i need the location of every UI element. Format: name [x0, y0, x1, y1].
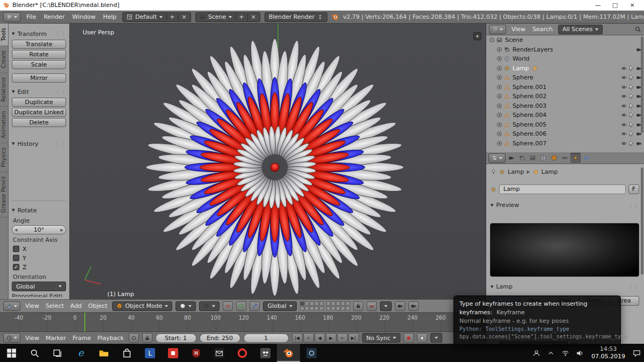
opengl-render-anim-button[interactable]: [408, 301, 419, 311]
fake-user-button[interactable]: F: [628, 184, 639, 194]
outliner-item-renderlayers[interactable]: RenderLayers: [486, 45, 644, 55]
add-layout-button[interactable]: +: [166, 13, 174, 20]
delete-button[interactable]: Delete: [12, 118, 66, 127]
layer-19-toggle[interactable]: [341, 306, 345, 311]
timeline-editor-selector[interactable]: [3, 333, 20, 343]
plusc-expander-icon[interactable]: [496, 131, 502, 137]
properties-tab-physics[interactable]: [581, 153, 591, 163]
taskbar-search-icon[interactable]: [23, 344, 46, 362]
viewport-3d[interactable]: User Persp (1) Lamp +: [70, 24, 486, 299]
taskbar-opera-icon[interactable]: [231, 344, 254, 362]
eye-toggle-icon[interactable]: [621, 84, 627, 90]
properties-tab-object-data[interactable]: [570, 153, 581, 163]
timeline-lock-button[interactable]: [142, 333, 152, 343]
plusc-expander-icon[interactable]: [496, 75, 502, 80]
camera-toggle-icon[interactable]: [636, 141, 642, 146]
cursor-toggle-icon[interactable]: [628, 75, 634, 80]
taskbar-clock[interactable]: 14:53 07.05.2019: [587, 345, 630, 361]
action-center-button[interactable]: [630, 344, 644, 362]
axis-y-checkbox[interactable]: [13, 255, 19, 261]
toolshelf-tab-physics[interactable]: Physics: [0, 143, 8, 172]
outliner-item-scene[interactable]: Scene: [486, 35, 644, 45]
current-frame-playhead[interactable]: [84, 313, 85, 331]
transform-orientation-select[interactable]: Global: [263, 301, 296, 311]
breadcrumb-object[interactable]: Lamp: [508, 168, 524, 175]
tray-people-button[interactable]: [529, 344, 544, 362]
panel-transform-header[interactable]: ▼Transform⋮⋮: [12, 29, 66, 39]
outliner-item-sphere-005[interactable]: Sphere.005: [486, 120, 644, 130]
tray-volume-button[interactable]: [573, 344, 587, 362]
plusc-expander-icon[interactable]: [496, 93, 502, 99]
play-reverse-button[interactable]: ◀: [314, 333, 325, 343]
manipulator-scale-button[interactable]: [250, 301, 260, 311]
taskbar-blender-icon[interactable]: [277, 344, 300, 362]
pivot-select[interactable]: [199, 301, 219, 311]
layer-18-toggle[interactable]: [336, 306, 340, 311]
toolshelf-tab-relations[interactable]: Relations: [0, 73, 8, 107]
eye-toggle-icon[interactable]: [621, 103, 627, 109]
outliner-item-sphere-007[interactable]: Sphere.007: [486, 139, 644, 149]
add-scene-button[interactable]: +: [236, 13, 244, 20]
menu-file[interactable]: File: [25, 13, 38, 20]
panel-history-header[interactable]: ▼History⋮⋮: [12, 139, 66, 149]
delete-layout-button[interactable]: ×: [178, 13, 186, 20]
cursor-toggle-icon[interactable]: [628, 65, 634, 71]
tl-menu-view[interactable]: View: [24, 335, 41, 342]
toolshelf-tab-animation[interactable]: Animation: [0, 107, 8, 143]
outliner-scrollbar[interactable]: [641, 36, 643, 133]
preview-range-button[interactable]: [129, 333, 139, 343]
taskbar-mcafee-icon[interactable]: M: [185, 344, 208, 362]
outliner-item-sphere-006[interactable]: Sphere.006: [486, 129, 644, 139]
layer-4-toggle[interactable]: [314, 301, 319, 306]
info-editor-selector[interactable]: [3, 12, 20, 22]
properties-tab-scene[interactable]: [528, 153, 538, 163]
layer-13-toggle[interactable]: [336, 301, 340, 306]
render-engine-select[interactable]: Blender Render: [265, 12, 327, 22]
taskbar-libreoffice-icon[interactable]: L: [138, 344, 162, 362]
outliner-item-sphere[interactable]: Sphere: [486, 73, 644, 83]
plusc-expander-icon[interactable]: [496, 112, 502, 118]
outliner-menu-search[interactable]: Search: [531, 26, 554, 33]
angle-slider[interactable]: ◀ 10° ▶: [12, 225, 66, 234]
panel-drag-handle[interactable]: ⋮⋮: [628, 203, 639, 208]
tl-menu-playback[interactable]: Playback: [96, 335, 125, 342]
vp-menu-add[interactable]: Add: [69, 302, 83, 309]
axis-z-checkbox[interactable]: ✓: [13, 264, 19, 270]
toolshelf-tab-grease-pencil[interactable]: Grease Pencil: [0, 172, 8, 218]
tl-menu-frame[interactable]: Frame: [71, 335, 92, 342]
opengl-render-button[interactable]: [395, 301, 405, 311]
start-frame-field[interactable]: Start: 1: [156, 334, 196, 343]
record-button[interactable]: [404, 333, 414, 343]
properties-tab-render-layers[interactable]: [517, 153, 527, 163]
eye-toggle-icon[interactable]: [621, 75, 627, 80]
cursor-toggle-icon[interactable]: [628, 103, 634, 109]
vp-menu-view[interactable]: View: [24, 302, 41, 309]
outliner-item-sphere-002[interactable]: Sphere.002: [486, 92, 644, 101]
properties-tab-render[interactable]: [506, 153, 516, 163]
current-frame-field[interactable]: 1: [244, 334, 289, 343]
shading-select[interactable]: [175, 301, 196, 311]
menu-help[interactable]: Help: [101, 13, 118, 20]
outliner-menu-view[interactable]: View: [510, 26, 527, 33]
medal-center-sphere[interactable]: [270, 163, 279, 172]
keyframe-type-select[interactable]: [430, 333, 442, 343]
lock-button[interactable]: [353, 301, 363, 311]
slider-decrease-icon[interactable]: ◀: [14, 228, 17, 232]
taskbar-gimp-icon[interactable]: [254, 344, 277, 362]
cursor-toggle-icon[interactable]: [628, 93, 634, 99]
orientation-select[interactable]: Global: [12, 282, 66, 291]
search-icon[interactable]: [634, 26, 641, 33]
viewport-editor-selector[interactable]: [3, 301, 20, 311]
taskbar-task-view-icon[interactable]: [46, 344, 69, 362]
properties-region-toggle[interactable]: +: [473, 32, 481, 40]
scene-selector[interactable]: Scene + ×: [195, 12, 260, 22]
layer-10-toggle[interactable]: [319, 306, 324, 311]
outliner-editor-selector[interactable]: [489, 25, 506, 34]
layer-16-toggle[interactable]: [326, 306, 331, 311]
rotate-button[interactable]: Rotate: [12, 50, 66, 59]
taskbar-store-icon[interactable]: [115, 344, 138, 362]
duplicate-linked-button[interactable]: Duplicate Linked: [12, 108, 66, 117]
toolshelf-tab-tools[interactable]: Tools: [0, 24, 8, 46]
delete-scene-button[interactable]: ×: [247, 13, 255, 20]
menu-render[interactable]: Render: [42, 13, 66, 20]
